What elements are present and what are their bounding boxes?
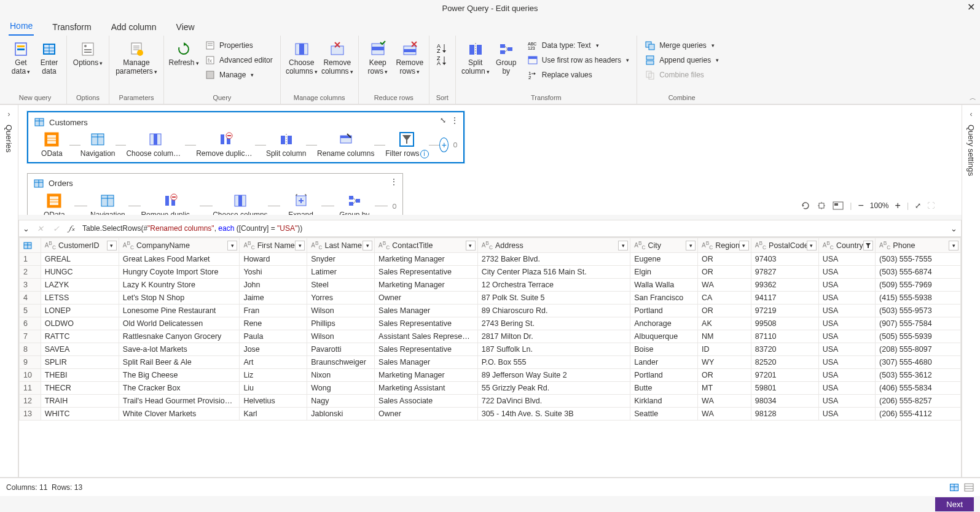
cell[interactable]: THEBI [41, 369, 119, 382]
cell[interactable]: Albuquerque [630, 330, 698, 343]
cell[interactable]: OLDWO [41, 317, 119, 330]
replace-values-button[interactable]: 12Replace values [523, 68, 633, 82]
cell[interactable]: 98034 [751, 395, 818, 408]
first-row-headers-button[interactable]: Use first row as headers▾ [523, 53, 633, 68]
enter-data-button[interactable]: Enter data [36, 38, 63, 93]
cell[interactable]: Wong [307, 382, 375, 395]
cell[interactable]: San Francisco [630, 292, 698, 304]
manage-parameters-button[interactable]: Manage parameters▾ [113, 38, 160, 93]
cell[interactable]: Pavarotti [307, 343, 375, 356]
cell[interactable]: Sales Representative [375, 343, 478, 356]
maximize-diagram-button[interactable]: ⛶ [927, 201, 935, 210]
formula-expand-button[interactable]: ⌄ [23, 224, 29, 233]
cell[interactable]: 83720 [751, 343, 818, 356]
cell[interactable]: Rene [240, 317, 307, 330]
cell[interactable]: Sales Manager [375, 304, 478, 317]
column-header-city[interactable]: ABCCity▾ [630, 238, 698, 253]
table-row[interactable]: 4LETSSLet's Stop N ShopJaimeYorresOwner8… [20, 292, 961, 304]
column-header-region[interactable]: ABCRegion▾ [698, 238, 751, 253]
cell[interactable]: (208) 555-8097 [876, 343, 961, 356]
cell[interactable]: Howard [240, 253, 307, 266]
column-filter-button[interactable]: ▾ [466, 241, 476, 250]
get-data-button[interactable]: Get data▾ [7, 38, 34, 93]
cell[interactable]: AK [698, 317, 751, 330]
queries-panel-collapsed[interactable]: › Queries [0, 104, 18, 478]
fullscreen-step-button[interactable] [833, 201, 844, 210]
cell[interactable]: Hungry Coyote Import Store [119, 266, 240, 279]
cell[interactable]: MT [698, 382, 751, 395]
cell[interactable]: Marketing Assistant [375, 382, 478, 395]
table-row[interactable]: 5LONEPLonesome Pine RestaurantFranWilson… [20, 304, 961, 317]
cell[interactable]: USA [818, 253, 875, 266]
cell[interactable]: Marketing Manager [375, 253, 478, 266]
cell[interactable]: Great Lakes Food Market [119, 253, 240, 266]
cell[interactable]: USA [818, 343, 875, 356]
cell[interactable]: THECR [41, 382, 119, 395]
cell[interactable]: (503) 555-6874 [876, 266, 961, 279]
cell[interactable]: (206) 555-4112 [876, 408, 961, 421]
step-navigation[interactable]: Navigation [80, 132, 116, 158]
row-header-corner[interactable] [20, 238, 41, 253]
cell[interactable]: OR [698, 369, 751, 382]
step-expand[interactable]: Expand [280, 193, 321, 215]
cell[interactable]: Latimer [307, 266, 375, 279]
cell[interactable]: Wilson [307, 304, 375, 317]
cell[interactable]: Portland [630, 304, 698, 317]
cell[interactable]: (406) 555-5834 [876, 382, 961, 395]
cell[interactable]: 187 Suffolk Ln. [477, 343, 630, 356]
tab-view[interactable]: View [175, 18, 196, 36]
table-row[interactable]: 2HUNGCHungry Coyote Import StoreYoshiLat… [20, 266, 961, 279]
cell[interactable]: WA [698, 279, 751, 292]
cell[interactable]: SPLIR [41, 356, 119, 369]
fit-button[interactable] [817, 201, 826, 211]
cell[interactable]: Owner [375, 408, 478, 421]
advanced-editor-button[interactable]: fxAdvanced editor [201, 53, 276, 68]
cell[interactable]: City Center Plaza 516 Main St. [477, 266, 630, 279]
cell[interactable]: (307) 555-4680 [876, 356, 961, 369]
cancel-formula-icon[interactable]: ✕ [34, 223, 45, 234]
cell[interactable]: Boise [630, 343, 698, 356]
cell[interactable]: Steel [307, 279, 375, 292]
cell[interactable]: NM [698, 330, 751, 343]
window-close-button[interactable]: ✕ [967, 1, 975, 13]
cell[interactable]: Liz [240, 369, 307, 382]
cell[interactable]: Karl [240, 408, 307, 421]
cell[interactable]: USA [818, 304, 875, 317]
cell[interactable]: 2743 Bering St. [477, 317, 630, 330]
query-box-orders[interactable]: ⋮ Orders OData Navigation Remove duplica… [27, 173, 403, 215]
cell[interactable]: Paula [240, 330, 307, 343]
cell[interactable]: Helvetius [240, 395, 307, 408]
table-row[interactable]: 10THEBIThe Big CheeseLizNixonMarketing M… [20, 369, 961, 382]
cell[interactable]: USA [818, 317, 875, 330]
column-header-customerid[interactable]: ABCCustomerID▾ [41, 238, 119, 253]
manage-query-button[interactable]: Manage▾ [201, 68, 276, 82]
properties-button[interactable]: Properties [201, 38, 276, 53]
cell[interactable]: Yorres [307, 292, 375, 304]
cell[interactable]: (503) 555-3612 [876, 369, 961, 382]
cell[interactable]: (503) 555-9573 [876, 304, 961, 317]
cell[interactable]: 87 Polk St. Suite 5 [477, 292, 630, 304]
cell[interactable]: USA [818, 356, 875, 369]
data-type-button[interactable]: ABC123Data type: Text▾ [523, 38, 633, 53]
query-menu-icon[interactable]: ⋮ [451, 116, 458, 125]
add-step-button[interactable]: + [439, 138, 449, 152]
tab-add-column[interactable]: Add column [110, 18, 158, 36]
table-row[interactable]: 9SPLIRSplit Rail Beer & AleArtBraunschwe… [20, 356, 961, 369]
collapse-query-icon[interactable]: ⤡ [440, 116, 446, 125]
cell[interactable]: 98128 [751, 408, 818, 421]
keep-rows-button[interactable]: Keep rows▾ [363, 38, 393, 93]
reset-view-button[interactable] [801, 201, 810, 211]
cell[interactable]: Split Rail Beer & Ale [119, 356, 240, 369]
column-filter-button[interactable]: ▾ [107, 241, 117, 250]
cell[interactable]: WY [698, 356, 751, 369]
merge-queries-button[interactable]: Merge queries▾ [641, 38, 723, 53]
cell[interactable]: Fran [240, 304, 307, 317]
cell[interactable]: LAZYK [41, 279, 119, 292]
cell[interactable]: USA [818, 395, 875, 408]
remove-rows-button[interactable]: Remove rows▾ [394, 38, 425, 93]
column-header-country[interactable]: ABCCountry [818, 238, 875, 253]
cell[interactable]: Owner [375, 292, 478, 304]
cell[interactable]: 97219 [751, 304, 818, 317]
cell[interactable]: WA [698, 395, 751, 408]
cell[interactable]: Marketing Manager [375, 279, 478, 292]
